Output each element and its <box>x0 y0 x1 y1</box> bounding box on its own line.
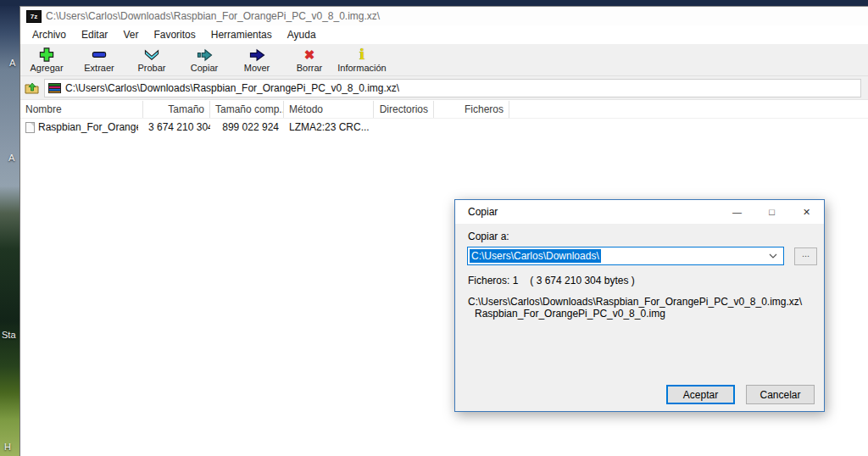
toolbar-probar-button[interactable]: Probar <box>125 47 178 74</box>
parent-folder-icon[interactable] <box>24 81 39 94</box>
column-header-tamano-comp[interactable]: Tamaño comp... <box>210 101 284 118</box>
desktop-background-left: A A Sta H <box>0 6 19 456</box>
files-bytes: ( 3 674 210 304 bytes ) <box>530 275 634 286</box>
seven-zip-app-icon: 7z <box>26 10 42 23</box>
toolbar-extraer-button[interactable]: Extraer <box>73 47 125 74</box>
toolbar-mover-button[interactable]: Mover <box>231 47 283 74</box>
desktop-icon-label: Sta <box>2 330 16 340</box>
window-controls: — □ ✕ <box>720 200 824 224</box>
file-name: Raspbian_For_OrangePi... <box>38 121 138 133</box>
info-icon: i <box>359 47 364 63</box>
column-header-nombre[interactable]: Nombre <box>20 101 143 118</box>
toolbar-label: Copiar <box>191 63 218 74</box>
desktop-icon-label: A <box>8 153 14 163</box>
move-arrow-icon <box>248 47 266 63</box>
address-path: C:\Users\Carlos\Downloads\Raspbian_For_O… <box>65 82 399 94</box>
list-header: Nombre Tamaño Tamaño comp... Método Dire… <box>20 100 868 119</box>
file-row[interactable]: Raspbian_For_OrangePi... 3 674 210 304 8… <box>20 119 868 136</box>
toolbar-agregar-button[interactable]: Agregar <box>20 47 73 74</box>
copy-dialog-body: Copiar a: C:\Users\Carlos\Downloads\ ...… <box>455 224 824 412</box>
toolbar-label: Borrar <box>297 63 323 74</box>
test-chevron-icon <box>143 47 160 63</box>
menu-ver[interactable]: Ver <box>115 27 146 42</box>
toolbar: Agregar Extraer Probar Copiar <box>20 44 868 76</box>
close-icon[interactable]: ✕ <box>789 200 824 224</box>
address-bar: C:\Users\Carlos\Downloads\Raspbian_For_O… <box>20 76 868 100</box>
toolbar-borrar-button[interactable]: ✖ Borrar <box>283 47 336 74</box>
minimize-icon[interactable]: — <box>720 200 754 224</box>
titlebar[interactable]: 7z C:\Users\Carlos\Downloads\Raspbian_Fo… <box>20 7 868 25</box>
copy-arrow-icon <box>196 47 214 63</box>
copy-dialog: Copiar — □ ✕ Copiar a: C:\Users\Carlos\D… <box>454 199 825 412</box>
menu-editar[interactable]: Editar <box>74 27 115 42</box>
column-header-metodo[interactable]: Método <box>284 101 374 118</box>
source-inner-file: Raspbian_For_OrangePi_PC_v0_8_0.img <box>468 308 802 320</box>
column-header-ficheros[interactable]: Ficheros <box>434 101 509 118</box>
aceptar-button[interactable]: Aceptar <box>666 385 735 404</box>
column-header-tamano[interactable]: Tamaño <box>143 101 210 118</box>
desktop-icon-label: H <box>4 442 11 452</box>
menu-ayuda[interactable]: Ayuda <box>280 27 324 42</box>
document-file-icon <box>25 122 35 133</box>
toolbar-copiar-button[interactable]: Copiar <box>178 47 231 74</box>
menu-archivo[interactable]: Archivo <box>25 27 74 42</box>
menubar: Archivo Editar Ver Favoritos Herramienta… <box>20 25 868 44</box>
toolbar-informacion-button[interactable]: i Información <box>336 47 388 74</box>
browse-button[interactable]: ... <box>794 247 817 265</box>
chevron-down-icon[interactable] <box>769 253 777 259</box>
destination-selected-text: C:\Users\Carlos\Downloads\ <box>470 249 601 263</box>
address-input[interactable]: C:\Users\Carlos\Downloads\Raspbian_For_O… <box>44 79 861 97</box>
files-count: Ficheros: 1 <box>468 275 518 286</box>
desktop-icon-label: A <box>9 58 15 68</box>
source-paths: C:\Users\Carlos\Downloads\Raspbian_For_O… <box>468 296 802 320</box>
toolbar-label: Agregar <box>30 63 63 74</box>
toolbar-label: Información <box>337 63 386 74</box>
toolbar-label: Extraer <box>84 63 114 74</box>
screen: A A Sta H 7z C:\Users\Carlos\Downloads\R… <box>0 0 868 456</box>
menu-favoritos[interactable]: Favoritos <box>146 27 203 42</box>
toolbar-label: Mover <box>244 63 270 74</box>
delete-x-icon: ✖ <box>304 47 315 63</box>
window-title: C:\Users\Carlos\Downloads\Raspbian_For_O… <box>46 10 380 22</box>
copy-dialog-title: Copiar <box>468 206 498 218</box>
copy-to-label: Copiar a: <box>468 231 509 242</box>
toolbar-label: Probar <box>137 63 165 74</box>
copy-dialog-titlebar[interactable]: Copiar — □ ✕ <box>455 200 824 224</box>
file-method: LZMA2:23 CRC... <box>284 121 374 133</box>
archive-file-icon <box>48 83 61 93</box>
source-archive-path: C:\Users\Carlos\Downloads\Raspbian_For_O… <box>468 296 802 308</box>
file-size: 3 674 210 304 <box>143 121 210 133</box>
files-summary: Ficheros: 1 ( 3 674 210 304 bytes ) <box>468 275 635 286</box>
file-packed-size: 899 022 924 <box>210 121 284 133</box>
add-plus-icon <box>38 47 55 63</box>
extract-minus-icon <box>91 47 108 63</box>
maximize-icon[interactable]: □ <box>754 200 789 224</box>
menu-herramientas[interactable]: Herramientas <box>203 27 280 42</box>
desktop-background-top <box>0 0 868 6</box>
column-header-directorios[interactable]: Directorios <box>374 101 434 118</box>
cancelar-button[interactable]: Cancelar <box>746 385 815 404</box>
destination-combobox[interactable]: C:\Users\Carlos\Downloads\ <box>467 247 784 265</box>
